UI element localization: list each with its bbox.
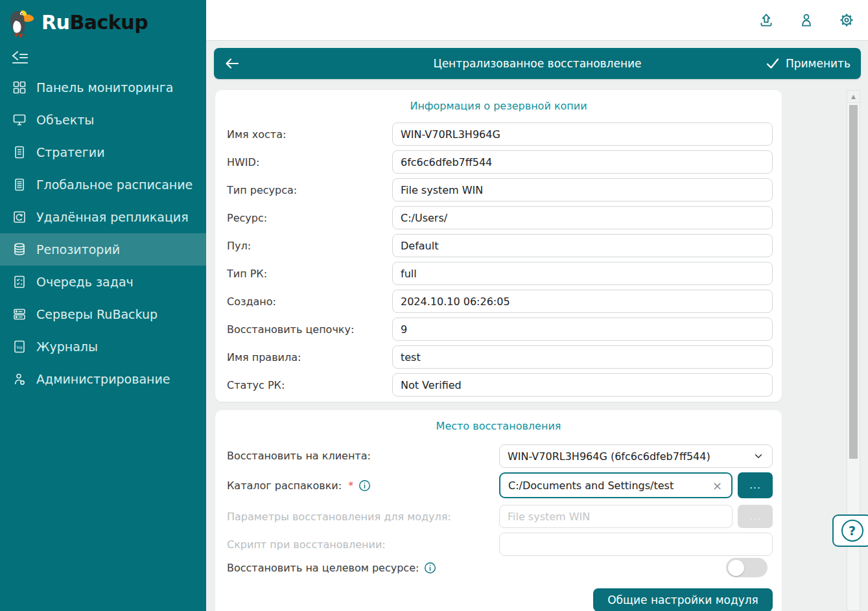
sidebar-item-label: Администрирование [36,372,170,386]
hwid-field[interactable] [392,150,773,174]
restore-client-label: Восстановить на клиента: [227,450,371,462]
upload-icon[interactable] [758,12,775,29]
info-icon[interactable] [358,479,371,492]
sidebar-item-label: Стратегии [36,145,104,159]
dashboard-icon [12,80,27,95]
form-row-hostname: Имя хоста: [227,122,773,146]
sidebar-item-label: Серверы RuBackup [36,307,158,321]
logs-icon: log [12,339,27,354]
sidebar-item-objects[interactable]: Объекты [0,104,206,136]
sidebar-item-global-schedule[interactable]: Глобальное расписание [0,168,206,201]
restore-script-label: Скрипт при восстановлении: [227,538,386,551]
info-icon[interactable] [424,562,436,574]
field-label: HWID: [227,156,259,168]
rule-name-field[interactable] [392,345,773,369]
remote-replication-icon [12,209,27,225]
settings-icon[interactable] [838,12,855,29]
form-row-backup-status: Статус РК: [227,373,773,397]
strategies-icon [12,144,27,160]
clear-icon[interactable]: × [710,479,725,492]
administration-icon [12,371,27,387]
backup-info-title: Информация о резервной копии [215,90,782,112]
servers-icon [12,306,27,322]
form-row-restore-chain: Восстановить цепочку: [227,317,773,341]
target-resource-label: Восстановить на целевом ресурсе: [227,562,436,574]
back-button[interactable] [214,56,250,71]
resource-type-field[interactable] [392,178,773,202]
toggle-knob [728,560,744,576]
form-row-hwid: HWID: [227,150,773,174]
collapse-sidebar-icon[interactable] [10,49,30,66]
field-label: Ресурс: [227,212,267,224]
restore-client-value: WIN-V70RL3H964G (6fc6c6dfeb7ff544) [508,450,710,463]
field-label: Восстановить цепочку: [227,323,354,336]
repository-icon [12,242,27,257]
restore-client-select[interactable]: WIN-V70RL3H964G (6fc6c6dfeb7ff544) [499,444,773,468]
module-params-input[interactable] [499,505,733,528]
unpack-dir-label: Каталог распаковки:* [227,479,371,492]
toucan-logo-icon [5,5,35,39]
backup-info-card: Информация о резервной копии Имя хоста: … [215,90,782,402]
restore-chain-field[interactable] [392,317,773,341]
sidebar-item-label: Удалённая репликация [36,210,189,224]
scroll-up-button[interactable]: ▲ [847,91,860,103]
field-label: Создано: [227,295,276,308]
form-row-rule-name: Имя правила: [227,345,773,369]
browse-module-params-button: ... [738,505,773,528]
sidebar-item-label: Объекты [36,113,94,127]
global-schedule-icon [12,177,27,192]
sidebar-item-servers[interactable]: Серверы RuBackup [0,298,206,330]
apply-button[interactable]: Применить [755,48,861,79]
sidebar: RuBackup Панель мониторинга Объекты [0,0,206,611]
unpack-dir-input[interactable]: C:/Documents and Settings/test × [499,472,733,498]
module-settings-button[interactable]: Общие настройки модуля [593,588,773,611]
field-label: Пул: [227,240,251,252]
field-label: Имя правила: [227,351,301,363]
restore-script-input[interactable] [499,533,773,556]
sidebar-item-repository[interactable]: Репозиторий [0,233,206,266]
restore-place-card: Место восстановления Восстановить на кли… [215,410,782,611]
sidebar-item-label: Репозиторий [36,242,120,257]
target-resource-toggle[interactable] [726,558,768,577]
svg-text:log: log [16,345,22,350]
sidebar-item-label: Панель мониторинга [36,80,173,95]
sidebar-nav: Панель мониторинга Объекты Стратегии Гло… [0,71,206,395]
arrow-left-icon [224,56,240,71]
sidebar-item-remote-replication[interactable]: Удалённая репликация [0,201,206,233]
required-asterisk: * [348,479,353,492]
field-label: Статус РК: [227,379,285,391]
page-action-bar: Централизованное восстановление Применит… [214,48,861,79]
brand-text: RuBackup [41,11,148,34]
field-label: Тип РК: [227,268,267,280]
module-params-label: Параметры восстановления для модуля: [227,511,451,523]
objects-icon [12,112,27,128]
hostname-field[interactable] [392,122,773,146]
sidebar-item-label: Очередь задач [36,275,134,289]
sidebar-item-administration[interactable]: Администрирование [0,363,206,395]
help-button[interactable]: ? [832,514,868,547]
task-queue-icon [12,274,27,290]
unpack-dir-value: C:/Documents and Settings/test [508,479,674,492]
sidebar-item-logs[interactable]: log Журналы [0,330,206,363]
sidebar-item-label: Глобальное расписание [36,178,193,192]
form-row-pool: Пул: [227,234,773,257]
browse-unpack-dir-button[interactable]: ... [738,472,773,498]
field-label: Имя хоста: [227,128,286,141]
form-row-created: Создано: [227,290,773,313]
backup-status-field[interactable] [392,373,773,397]
scrollbar-thumb[interactable] [849,105,858,459]
pool-field[interactable] [392,234,773,257]
form-row-resource-type: Тип ресурса: [227,178,773,202]
question-mark-icon: ? [841,520,863,542]
sidebar-item-strategies[interactable]: Стратегии [0,136,206,168]
check-icon [766,57,780,70]
user-icon[interactable] [798,12,815,29]
sidebar-item-task-queue[interactable]: Очередь задач [0,266,206,298]
field-label: Тип ресурса: [227,184,297,196]
backup-type-field[interactable] [392,262,773,285]
top-header [206,0,868,41]
created-field[interactable] [392,290,773,313]
resource-field[interactable] [392,206,773,229]
restore-place-title: Место восстановления [215,410,782,432]
sidebar-item-dashboard[interactable]: Панель мониторинга [0,71,206,104]
